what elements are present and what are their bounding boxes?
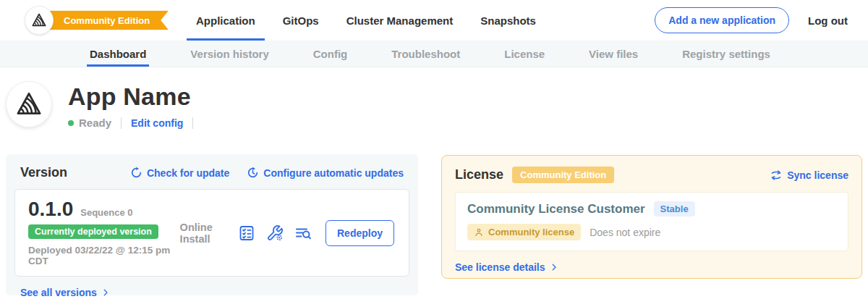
tab-cluster-management-label: Cluster Management: [346, 14, 454, 27]
replicated-logo-icon: [31, 12, 47, 28]
sync-icon: [770, 169, 783, 182]
expiry-text: Does not expire: [590, 227, 660, 238]
schedule-icon: [247, 167, 259, 179]
subtab-dashboard-label: Dashboard: [90, 48, 146, 60]
add-application-button[interactable]: Add a new application: [655, 7, 789, 33]
tab-application-label: Application: [196, 14, 255, 27]
edition-ribbon: Community Edition: [39, 11, 169, 30]
tab-gitops-label: GitOps: [283, 14, 319, 27]
see-all-versions-link[interactable]: See all versions: [20, 287, 110, 298]
license-type-label: Community license: [488, 227, 574, 237]
tab-snapshots[interactable]: Snapshots: [471, 0, 545, 41]
subtab-config[interactable]: Config: [310, 41, 350, 67]
license-type-badge: Community license: [467, 224, 581, 240]
view-logs-icon[interactable]: [294, 224, 312, 242]
version-number: 0.1.0: [28, 199, 73, 219]
app-avatar: [6, 81, 52, 127]
subtab-version-history-label: Version history: [190, 48, 268, 60]
check-for-update-link[interactable]: Check for update: [130, 167, 229, 179]
subtab-view-files-label: View files: [589, 48, 638, 60]
divider: [192, 117, 193, 129]
see-license-details-label: See license details: [455, 261, 545, 273]
see-all-versions-label: See all versions: [20, 287, 97, 298]
sequence-label: Sequence 0: [80, 207, 132, 218]
tab-snapshots-label: Snapshots: [480, 14, 536, 27]
configure-updates-label: Configure automatic updates: [263, 167, 404, 179]
deployed-timestamp: Deployed 03/22/22 @ 12:15 pm CDT: [28, 245, 180, 266]
sync-license-link[interactable]: Sync license: [770, 169, 848, 182]
version-card-title: Version: [20, 165, 67, 180]
subtab-config-label: Config: [313, 48, 347, 60]
release-notes-icon[interactable]: [238, 224, 255, 242]
status-dot: [68, 120, 74, 126]
tab-application[interactable]: Application: [187, 0, 265, 41]
license-details-panel: Community License Customer Stable Commun…: [455, 192, 848, 251]
current-version-panel: 0.1.0 Sequence 0 Currently deployed vers…: [14, 189, 409, 277]
subtab-dashboard[interactable]: Dashboard: [87, 41, 149, 67]
sync-license-label: Sync license: [787, 169, 848, 181]
customer-name: Community License Customer: [467, 202, 645, 216]
brand-logo-circle[interactable]: [25, 6, 54, 35]
subtab-troubleshoot[interactable]: Troubleshoot: [388, 41, 463, 67]
status-text: Ready: [79, 117, 111, 129]
chevron-right-icon: [101, 288, 110, 297]
deployed-badge: Currently deployed version: [28, 224, 158, 239]
see-license-details-link[interactable]: See license details: [455, 261, 558, 273]
subtab-view-files[interactable]: View files: [586, 41, 641, 67]
refresh-icon: [130, 167, 142, 179]
subtab-license-label: License: [504, 48, 545, 60]
subtab-troubleshoot-label: Troubleshoot: [391, 48, 460, 60]
check-for-update-label: Check for update: [147, 167, 229, 179]
app-header: App Name Ready Edit config: [0, 67, 868, 129]
redeploy-button[interactable]: Redeploy: [326, 220, 394, 246]
top-nav: Community Edition Application GitOps Clu…: [0, 0, 868, 41]
install-type-label: Online Install: [180, 222, 227, 245]
license-card-title: License: [455, 167, 503, 182]
brand: Community Edition: [25, 0, 152, 41]
config-tools-icon[interactable]: [266, 224, 284, 242]
page-title: App Name: [68, 83, 203, 111]
tab-gitops[interactable]: GitOps: [273, 0, 328, 41]
version-card: Version Check for update: [6, 154, 418, 295]
app-logo-icon: [15, 91, 43, 118]
configure-updates-link[interactable]: Configure automatic updates: [247, 167, 404, 179]
top-nav-tabs: Application GitOps Cluster Management Sn…: [182, 0, 550, 41]
edit-config-link[interactable]: Edit config: [131, 117, 183, 129]
subtab-license[interactable]: License: [501, 41, 548, 67]
divider: [121, 117, 122, 129]
user-icon: [474, 227, 484, 237]
tab-cluster-management[interactable]: Cluster Management: [337, 0, 463, 41]
subtab-registry-settings-label: Registry settings: [682, 48, 770, 60]
sub-nav: Dashboard Version history Config Trouble…: [0, 41, 868, 67]
logout-button[interactable]: Log out: [808, 14, 848, 27]
chevron-right-icon: [550, 263, 558, 272]
license-card: License Community Edition Sync license C…: [441, 155, 862, 279]
subtab-version-history[interactable]: Version history: [187, 41, 271, 67]
channel-badge: Stable: [654, 201, 695, 216]
edition-badge: Community Edition: [512, 167, 614, 183]
top-nav-right: Add a new application Log out: [655, 0, 868, 41]
subtab-registry-settings[interactable]: Registry settings: [679, 41, 773, 67]
